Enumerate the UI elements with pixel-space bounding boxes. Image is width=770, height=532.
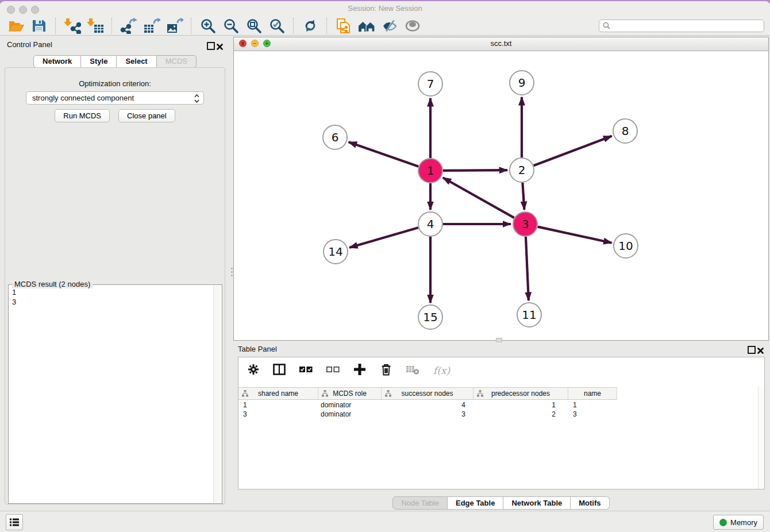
network-window-titlebar[interactable]: x − + scc.txt bbox=[234, 37, 768, 51]
dropdown-stepper-icon bbox=[194, 94, 199, 107]
zoom-in-icon[interactable] bbox=[197, 17, 220, 35]
graph-node-3[interactable]: 3 bbox=[513, 212, 537, 236]
graph-edge-3-10[interactable] bbox=[537, 227, 611, 243]
svg-text:14: 14 bbox=[328, 245, 342, 259]
task-list-icon bbox=[9, 518, 20, 527]
split-panel-icon[interactable] bbox=[273, 364, 286, 377]
mcds-result-box: MCDS result (2 nodes) 1 3 bbox=[8, 284, 222, 504]
column-header-name[interactable]: name bbox=[568, 388, 617, 399]
zoom-out-icon[interactable] bbox=[220, 17, 242, 35]
network-window-title: scc.txt bbox=[234, 37, 768, 50]
function-builder-icon[interactable]: f(x) bbox=[433, 365, 450, 376]
deselect-all-columns-icon[interactable] bbox=[326, 364, 340, 377]
close-window-icon[interactable] bbox=[7, 6, 15, 14]
tab-network-table[interactable]: Network Table bbox=[503, 496, 571, 510]
node-table-row[interactable]: 1dominator411 bbox=[238, 400, 764, 410]
control-panel-title: Control Panel bbox=[7, 40, 52, 49]
open-session-icon[interactable] bbox=[5, 17, 28, 35]
export-image-icon[interactable] bbox=[163, 17, 186, 35]
graph-node-15[interactable]: 15 bbox=[418, 305, 442, 329]
graph-node-8[interactable]: 8 bbox=[613, 119, 637, 143]
graph-edge-1-2[interactable] bbox=[443, 170, 507, 171]
tab-network[interactable]: Network bbox=[33, 55, 81, 68]
zoom-fit-icon[interactable] bbox=[242, 17, 265, 35]
graph-node-4[interactable]: 4 bbox=[418, 212, 442, 236]
refresh-layout-icon[interactable] bbox=[299, 17, 322, 35]
graph-node-9[interactable]: 9 bbox=[510, 71, 534, 95]
network-minimize-icon[interactable]: − bbox=[251, 40, 259, 47]
table-settings-gear-icon[interactable] bbox=[248, 364, 259, 377]
cell-successor-nodes: 4 bbox=[382, 400, 473, 410]
save-session-icon[interactable] bbox=[28, 17, 51, 35]
search-box[interactable] bbox=[599, 20, 764, 32]
tab-motifs[interactable]: Motifs bbox=[571, 496, 609, 510]
window-controls bbox=[7, 6, 39, 14]
table-scrollbar[interactable] bbox=[758, 387, 764, 489]
network-close-icon[interactable]: x bbox=[239, 40, 247, 47]
tab-node-table[interactable]: Node Table bbox=[392, 496, 448, 510]
memory-button[interactable]: Memory bbox=[713, 515, 764, 530]
column-header-predecessor-nodes[interactable]: predecessor nodes bbox=[473, 388, 568, 399]
result-scrollbar[interactable] bbox=[213, 286, 221, 503]
mcds-result-text: 1 3 bbox=[12, 287, 16, 307]
network-maximize-icon[interactable]: + bbox=[263, 40, 271, 47]
table-panel-float-icon[interactable] bbox=[748, 346, 756, 354]
network-view-window: x − + scc.txt 1234678910111415 bbox=[233, 37, 769, 341]
column-header-mcds-role[interactable]: MCDS role bbox=[318, 388, 382, 399]
graph-node-2[interactable]: 2 bbox=[510, 158, 534, 182]
graph-node-11[interactable]: 11 bbox=[517, 303, 541, 327]
hide-panel-eye-icon[interactable] bbox=[378, 17, 401, 35]
tab-style[interactable]: Style bbox=[81, 55, 117, 68]
graph-edge-4-14[interactable] bbox=[349, 228, 418, 248]
main-toolbar bbox=[0, 16, 770, 36]
tab-mcds[interactable]: MCDS bbox=[157, 55, 197, 68]
search-input[interactable] bbox=[610, 21, 764, 30]
zoom-selected-icon[interactable] bbox=[265, 17, 288, 35]
table-panel-close-icon[interactable] bbox=[757, 346, 764, 356]
import-table-icon[interactable] bbox=[84, 17, 107, 35]
graph-edge-3-11[interactable] bbox=[526, 237, 529, 300]
run-mcds-button[interactable]: Run MCDS bbox=[55, 109, 110, 122]
add-column-icon[interactable] bbox=[353, 363, 366, 378]
clone-network-icon[interactable] bbox=[332, 17, 355, 35]
node-table-body: 1dominator4113dominator323 bbox=[238, 400, 764, 419]
zoom-window-icon[interactable] bbox=[31, 6, 39, 14]
network-canvas[interactable]: 1234678910111415 bbox=[234, 51, 768, 340]
tab-edge-table[interactable]: Edge Table bbox=[448, 496, 503, 510]
delete-table-icon[interactable] bbox=[406, 364, 419, 377]
horizontal-splitter-handle[interactable] bbox=[496, 338, 502, 342]
column-header-successor-nodes[interactable]: successor nodes bbox=[382, 388, 473, 399]
session-title: Session: New Session bbox=[0, 1, 770, 16]
control-panel-float-icon[interactable] bbox=[207, 42, 215, 50]
node-table-row[interactable]: 3dominator323 bbox=[238, 410, 764, 419]
network-graph[interactable]: 1234678910111415 bbox=[234, 51, 768, 340]
minimize-window-icon[interactable] bbox=[19, 6, 27, 14]
graph-edge-1-6[interactable] bbox=[349, 142, 419, 166]
cell-name: 3 bbox=[568, 410, 617, 419]
graph-edge-2-3[interactable] bbox=[522, 183, 524, 210]
control-panel-close-icon[interactable] bbox=[217, 42, 223, 52]
show-eye-disabled-icon[interactable] bbox=[401, 17, 424, 35]
delete-column-trash-icon[interactable] bbox=[380, 363, 392, 378]
control-panel-tabs: NetworkStyleSelectMCDS bbox=[0, 55, 230, 68]
close-panel-button[interactable]: Close panel bbox=[118, 109, 175, 122]
criterion-dropdown[interactable]: strongly connected component bbox=[26, 91, 204, 105]
home-icon[interactable] bbox=[355, 17, 378, 35]
graph-node-7[interactable]: 7 bbox=[418, 72, 442, 96]
graph-node-1[interactable]: 1 bbox=[418, 159, 442, 183]
vertical-splitter-handle[interactable] bbox=[230, 265, 233, 279]
import-network-icon[interactable] bbox=[61, 17, 84, 35]
tab-select[interactable]: Select bbox=[117, 55, 156, 68]
toolbar-separator bbox=[55, 18, 56, 34]
graph-node-14[interactable]: 14 bbox=[324, 240, 348, 264]
column-header-shared-name[interactable]: shared name bbox=[238, 388, 318, 399]
export-network-icon[interactable] bbox=[117, 17, 140, 35]
export-table-icon[interactable] bbox=[140, 17, 163, 35]
svg-text:3: 3 bbox=[522, 217, 529, 231]
graph-edge-2-8[interactable] bbox=[534, 136, 612, 165]
select-all-columns-icon[interactable] bbox=[299, 364, 313, 377]
graph-node-6[interactable]: 6 bbox=[323, 125, 347, 149]
graph-node-10[interactable]: 10 bbox=[614, 234, 638, 258]
graph-edge-3-1[interactable] bbox=[443, 178, 514, 218]
task-list-button[interactable] bbox=[6, 514, 23, 530]
